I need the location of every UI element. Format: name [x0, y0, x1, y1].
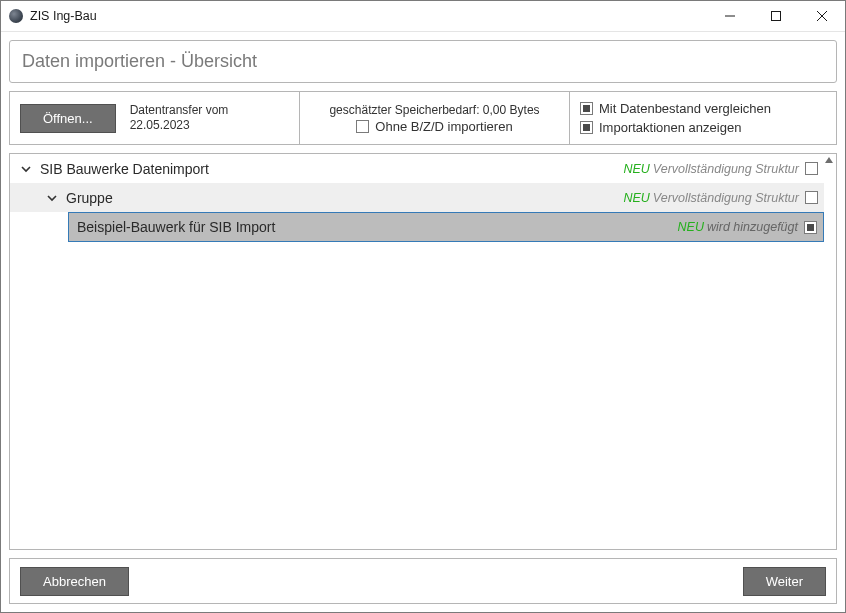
next-button[interactable]: Weiter	[743, 567, 826, 596]
tree-row-label: SIB Bauwerke Datenimport	[40, 161, 209, 177]
without-bzd-label: Ohne B/Z/D importieren	[375, 119, 512, 134]
cancel-button[interactable]: Abbrechen	[20, 567, 129, 596]
compare-label: Mit Datenbestand vergleichen	[599, 101, 771, 116]
close-icon	[817, 11, 827, 21]
titlebar: ZIS Ing-Bau	[1, 1, 845, 32]
content-area: Daten importieren - Übersicht Öffnen... …	[1, 32, 845, 612]
badge-neu: NEU	[623, 191, 649, 205]
badge-neu: NEU	[678, 220, 704, 234]
tree-row-checkbox[interactable]	[805, 162, 818, 175]
tree-row-checkbox[interactable]	[805, 191, 818, 204]
show-actions-option[interactable]: Importaktionen anzeigen	[580, 120, 741, 135]
svg-rect-1	[772, 12, 781, 21]
tree-row-label: Gruppe	[66, 190, 113, 206]
estimate-value: 0,00 Bytes	[483, 103, 540, 117]
tree-row-checkbox[interactable]	[804, 221, 817, 234]
open-button[interactable]: Öffnen...	[20, 104, 116, 133]
options-panel: Öffnen... Datentransfer vom 22.05.2023 g…	[9, 91, 837, 145]
minimize-button[interactable]	[707, 1, 753, 32]
options-col-flags: Mit Datenbestand vergleichen Importaktio…	[570, 92, 836, 144]
transfer-date: 22.05.2023	[130, 118, 229, 133]
badge-text: wird hinzugefügt	[707, 220, 798, 234]
app-window: ZIS Ing-Bau Daten importieren - Übersich…	[0, 0, 846, 613]
maximize-icon	[771, 11, 781, 21]
options-col-estimate: geschätzter Speicherbedarf: 0,00 Bytes O…	[300, 92, 570, 144]
maximize-button[interactable]	[753, 1, 799, 32]
window-title: ZIS Ing-Bau	[30, 9, 97, 23]
chevron-down-icon	[46, 192, 58, 204]
show-actions-checkbox[interactable]	[580, 121, 593, 134]
badge-neu: NEU	[623, 162, 649, 176]
compare-checkbox[interactable]	[580, 102, 593, 115]
show-actions-label: Importaktionen anzeigen	[599, 120, 741, 135]
minimize-icon	[725, 11, 735, 21]
tree-body: SIB Bauwerke Datenimport NEU Vervollstän…	[10, 154, 824, 549]
storage-estimate: geschätzter Speicherbedarf: 0,00 Bytes	[329, 103, 539, 117]
compare-option[interactable]: Mit Datenbestand vergleichen	[580, 101, 771, 116]
tree-row-group[interactable]: Gruppe NEU Vervollständigung Struktur	[10, 183, 824, 212]
badge-text: Vervollständigung Struktur	[653, 162, 799, 176]
expander-icon[interactable]	[18, 161, 34, 177]
badge-text: Vervollständigung Struktur	[653, 191, 799, 205]
footer: Abbrechen Weiter	[9, 558, 837, 604]
app-icon	[9, 9, 23, 23]
transfer-label: Datentransfer vom	[130, 103, 229, 118]
chevron-down-icon	[20, 163, 32, 175]
scrollbar[interactable]	[824, 154, 836, 549]
close-button[interactable]	[799, 1, 845, 32]
transfer-info: Datentransfer vom 22.05.2023	[130, 103, 229, 133]
tree-row-label: Beispiel-Bauwerk für SIB Import	[77, 219, 275, 235]
without-bzd-option[interactable]: Ohne B/Z/D importieren	[356, 119, 512, 134]
estimate-prefix: geschätzter Speicherbedarf:	[329, 103, 482, 117]
tree-row-item-selected[interactable]: Beispiel-Bauwerk für SIB Import NEU wird…	[68, 212, 824, 242]
import-tree: SIB Bauwerke Datenimport NEU Vervollstän…	[9, 153, 837, 550]
expander-icon[interactable]	[44, 190, 60, 206]
without-bzd-checkbox[interactable]	[356, 120, 369, 133]
options-col-open: Öffnen... Datentransfer vom 22.05.2023	[10, 92, 300, 144]
tree-row-root[interactable]: SIB Bauwerke Datenimport NEU Vervollstän…	[10, 154, 824, 183]
page-title: Daten importieren - Übersicht	[9, 40, 837, 83]
scroll-up-icon	[825, 157, 833, 163]
